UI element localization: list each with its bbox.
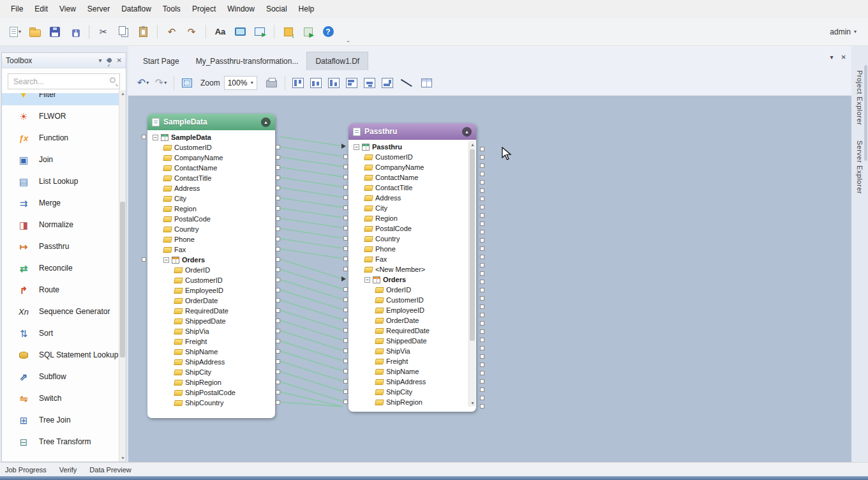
output-port[interactable]: [480, 346, 484, 350]
deploy-button[interactable]: [299, 23, 317, 41]
input-port[interactable]: [142, 257, 146, 262]
tree-row[interactable]: Phone: [348, 244, 476, 254]
tree-row[interactable]: Fax: [147, 244, 275, 255]
output-port[interactable]: [480, 147, 484, 151]
scrollbar-thumb[interactable]: [120, 202, 125, 357]
input-port[interactable]: [142, 135, 146, 139]
tab-dataflow1[interactable]: Dataflow1.Df: [306, 52, 368, 70]
tree-row[interactable]: EmployeeID: [147, 285, 275, 296]
output-port[interactable]: [480, 230, 484, 234]
target-node-header[interactable]: Passthru ▲: [348, 123, 476, 140]
output-port[interactable]: [276, 400, 280, 405]
menu-tools[interactable]: Tools: [157, 1, 186, 17]
tree-row[interactable]: OrderDate: [147, 296, 275, 306]
scroll-up-icon[interactable]: ▲: [470, 142, 475, 147]
tree-row[interactable]: RequiredDate: [147, 306, 275, 316]
align-center-button[interactable]: [308, 75, 324, 91]
tree-row[interactable]: Fax: [348, 254, 476, 264]
input-port[interactable]: [343, 328, 348, 333]
output-port[interactable]: [276, 176, 280, 180]
input-port[interactable]: [343, 338, 348, 343]
toolbox-item-tree-transform[interactable]: ⊟Tree Transform: [2, 431, 126, 453]
tree-row[interactable]: CompanyName: [147, 153, 275, 163]
print-button[interactable]: [264, 75, 280, 91]
input-port[interactable]: [343, 287, 348, 292]
document-list-chevron-icon[interactable]: ▾: [830, 54, 834, 61]
tree-row[interactable]: Country: [147, 224, 275, 234]
preview-button[interactable]: [231, 23, 249, 41]
right-scrollbar-thumb[interactable]: [864, 65, 867, 161]
toolbox-item-function[interactable]: ƒxFunction: [2, 127, 126, 149]
toolbox-item-sql-statement-lookup[interactable]: SQL Statement Lookup: [2, 344, 126, 366]
menu-edit[interactable]: Edit: [29, 1, 54, 17]
output-port[interactable]: [480, 296, 484, 301]
help-button[interactable]: ?: [319, 23, 337, 41]
collapse-toggle-icon[interactable]: −: [163, 257, 169, 263]
input-port[interactable]: [343, 246, 348, 251]
input-port[interactable]: [343, 195, 348, 200]
output-port[interactable]: [480, 205, 484, 209]
input-port[interactable]: [343, 400, 348, 404]
menu-project[interactable]: Project: [186, 1, 221, 17]
menu-file[interactable]: File: [5, 1, 29, 17]
output-port[interactable]: [480, 213, 484, 218]
tree-row[interactable]: ContactName: [147, 163, 275, 173]
new-file-button[interactable]: ▾: [6, 23, 24, 41]
toolbox-item-flwor[interactable]: ☀FLWOR: [2, 105, 126, 127]
tree-row[interactable]: Address: [147, 183, 275, 193]
save-all-button[interactable]: [66, 23, 84, 41]
output-port[interactable]: [276, 196, 280, 200]
output-port[interactable]: [480, 188, 484, 193]
tree-row[interactable]: PostalCode: [348, 223, 476, 234]
menu-social[interactable]: Social: [260, 1, 293, 17]
toolbox-scrollbar[interactable]: ▲ ▼: [119, 90, 126, 461]
tree-row[interactable]: CustomerID: [348, 295, 476, 305]
scrollbar-thumb[interactable]: [470, 149, 475, 341]
toolbox-item-merge[interactable]: ⇉Merge: [2, 192, 126, 214]
close-document-icon[interactable]: ✕: [841, 54, 846, 61]
output-port[interactable]: [276, 380, 280, 384]
tree-row[interactable]: ShipVia: [147, 326, 275, 336]
tree-row[interactable]: ShipRegion: [147, 377, 275, 387]
distribute-vertical-button[interactable]: [379, 75, 396, 91]
distribute-horizontal-button[interactable]: [361, 75, 378, 91]
tree-row[interactable]: ShippedDate: [147, 316, 275, 326]
input-port[interactable]: [343, 236, 348, 241]
tree-row[interactable]: PostalCode: [147, 214, 275, 224]
tree-row[interactable]: City: [348, 203, 476, 213]
cut-button[interactable]: ✂: [94, 23, 112, 41]
undo-button[interactable]: ↶: [163, 23, 181, 41]
output-port[interactable]: [480, 304, 484, 309]
tab-job-progress[interactable]: Job Progress: [5, 466, 47, 474]
tab-my-passthru-transformation[interactable]: My_Passthru-transformation...: [188, 52, 307, 70]
input-port[interactable]: [343, 318, 348, 322]
menu-help[interactable]: Help: [293, 1, 320, 17]
output-port[interactable]: [480, 163, 484, 168]
redo-button[interactable]: ↷▾: [153, 75, 169, 91]
output-port[interactable]: [480, 155, 484, 160]
output-port[interactable]: [480, 371, 484, 375]
output-port[interactable]: [276, 390, 280, 394]
source-node-header[interactable]: SampleData ▲: [147, 114, 275, 130]
input-port[interactable]: [343, 165, 348, 169]
output-port[interactable]: [276, 308, 280, 313]
tree-row[interactable]: OrderID: [147, 265, 275, 275]
output-port[interactable]: [276, 370, 280, 374]
tree-row[interactable]: ContactTitle: [348, 183, 476, 193]
input-port[interactable]: [343, 185, 348, 190]
save-button[interactable]: [46, 23, 64, 41]
admin-menu[interactable]: admin▾: [825, 25, 862, 39]
output-port[interactable]: [480, 396, 484, 400]
output-port[interactable]: [480, 197, 484, 201]
tree-row[interactable]: <New Member>: [348, 264, 476, 274]
menu-server[interactable]: Server: [82, 1, 116, 17]
tree-row[interactable]: ShipCity: [147, 367, 275, 377]
output-port[interactable]: [276, 298, 280, 303]
tree-row[interactable]: ShipAddress: [147, 357, 275, 367]
output-port[interactable]: [276, 349, 280, 354]
output-port[interactable]: [276, 288, 280, 292]
tree-row[interactable]: Region: [348, 213, 476, 223]
tree-row[interactable]: −SampleData: [147, 132, 275, 142]
output-port[interactable]: [480, 246, 484, 251]
tree-row[interactable]: ContactTitle: [147, 173, 275, 183]
